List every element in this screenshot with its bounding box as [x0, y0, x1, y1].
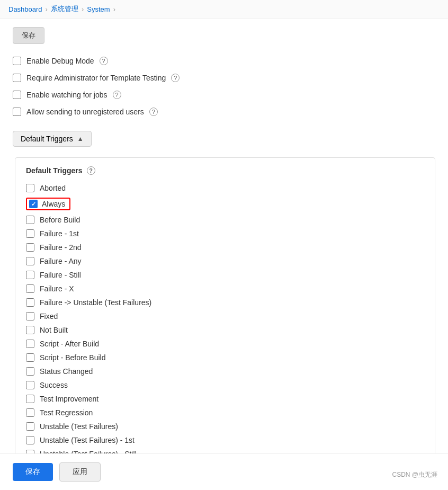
trigger-aborted-checkbox[interactable] [26, 184, 34, 192]
debug-mode-label[interactable]: Enable Debug Mode [26, 57, 94, 65]
trigger-failure-unstable: Failure -> Unstable (Test Failures) [26, 296, 424, 309]
trigger-fixed: Fixed [26, 309, 424, 323]
trigger-failure-2nd: Failure - 2nd [26, 240, 424, 254]
trigger-fixed-checkbox[interactable] [26, 312, 34, 320]
trigger-script-before: Script - Before Build [26, 351, 424, 364]
triggers-panel-header: Default Triggers ? [26, 166, 424, 175]
unregistered-users-help-icon[interactable]: ? [149, 108, 158, 116]
trigger-failure-x: Failure - X [26, 282, 424, 296]
trigger-failure-still-label[interactable]: Failure - Still [40, 271, 81, 279]
trigger-test-improvement-label[interactable]: Test Improvement [40, 395, 98, 403]
trigger-unstable-test-label[interactable]: Unstable (Test Failures) [40, 422, 118, 431]
trigger-script-after-label[interactable]: Script - After Build [40, 340, 99, 348]
trigger-script-before-checkbox[interactable] [26, 353, 34, 362]
trigger-failure-any-checkbox[interactable] [26, 257, 34, 265]
trigger-failure-1st-label[interactable]: Failure - 1st [40, 229, 79, 238]
admin-template-checkbox[interactable] [13, 74, 21, 82]
trigger-success-checkbox[interactable] [26, 381, 34, 389]
trigger-test-regression-checkbox[interactable] [26, 408, 34, 417]
trigger-failure-unstable-checkbox[interactable] [26, 298, 34, 307]
trigger-aborted-label[interactable]: Aborted [40, 184, 66, 192]
breadcrumb-dashboard[interactable]: Dashboard [8, 5, 42, 13]
chevron-up-icon: ▲ [77, 135, 84, 142]
triggers-panel: Default Triggers ? Aborted Always Before… [15, 157, 435, 484]
unregistered-users-label[interactable]: Allow sending to unregistered users [26, 108, 144, 116]
trigger-test-improvement: Test Improvement [26, 392, 424, 406]
save-button[interactable]: 保存 [13, 463, 53, 481]
trigger-failure-2nd-label[interactable]: Failure - 2nd [40, 243, 82, 252]
trigger-failure-still: Failure - Still [26, 268, 424, 282]
trigger-test-regression: Test Regression [26, 406, 424, 420]
footer-bar: 保存 应用 [0, 453, 448, 490]
trigger-failure-1st: Failure - 1st [26, 227, 424, 240]
trigger-test-regression-label[interactable]: Test Regression [40, 408, 93, 417]
settings-list: Enable Debug Mode ? Require Administrato… [13, 52, 435, 120]
setting-debug-mode: Enable Debug Mode ? [13, 52, 435, 69]
trigger-unstable-1st: Unstable (Test Failures) - 1st [26, 433, 424, 447]
breadcrumb-sysadmin[interactable]: 系统管理 [51, 4, 78, 14]
trigger-before-build-label[interactable]: Before Build [40, 216, 80, 224]
trigger-status-changed-checkbox[interactable] [26, 367, 34, 376]
save-top-button[interactable]: 保存 [13, 27, 44, 44]
watch-jobs-label[interactable]: Enable watching for jobs [26, 91, 107, 99]
trigger-fixed-label[interactable]: Fixed [40, 312, 58, 320]
trigger-failure-still-checkbox[interactable] [26, 271, 34, 279]
trigger-script-after: Script - After Build [26, 337, 424, 351]
setting-unregistered-users: Allow sending to unregistered users ? [13, 103, 435, 120]
trigger-script-before-label[interactable]: Script - Before Build [40, 353, 106, 362]
trigger-failure-any-label[interactable]: Failure - Any [40, 257, 82, 265]
trigger-always: Always [26, 195, 424, 213]
admin-template-help-icon[interactable]: ? [171, 74, 180, 82]
trigger-failure-unstable-label[interactable]: Failure -> Unstable (Test Failures) [40, 298, 151, 307]
breadcrumb: Dashboard › 系统管理 › System › [0, 0, 448, 19]
default-triggers-toggle-label: Default Triggers [21, 135, 73, 143]
setting-admin-template: Require Administrator for Template Testi… [13, 69, 435, 86]
debug-mode-checkbox[interactable] [13, 57, 21, 65]
trigger-status-changed: Status Changed [26, 364, 424, 378]
trigger-unstable-test: Unstable (Test Failures) [26, 420, 424, 433]
trigger-unstable-test-checkbox[interactable] [26, 422, 34, 431]
unregistered-users-checkbox[interactable] [13, 108, 21, 116]
trigger-before-build-checkbox[interactable] [26, 216, 34, 224]
trigger-failure-1st-checkbox[interactable] [26, 229, 34, 238]
trigger-success-label[interactable]: Success [40, 381, 68, 389]
triggers-header-label: Default Triggers [26, 166, 83, 175]
trigger-not-built-checkbox[interactable] [26, 326, 34, 334]
trigger-always-checkbox[interactable] [29, 200, 38, 208]
trigger-unstable-1st-label[interactable]: Unstable (Test Failures) - 1st [40, 436, 135, 444]
watermark: CSDN @虫无涯 [392, 470, 437, 479]
breadcrumb-system[interactable]: System [87, 5, 110, 13]
trigger-failure-2nd-checkbox[interactable] [26, 243, 34, 252]
default-triggers-toggle-button[interactable]: Default Triggers ▲ [13, 131, 92, 147]
trigger-failure-x-label[interactable]: Failure - X [40, 284, 74, 293]
trigger-status-changed-label[interactable]: Status Changed [40, 367, 93, 376]
trigger-unstable-1st-checkbox[interactable] [26, 436, 34, 444]
save-area-top: 保存 [13, 27, 435, 44]
trigger-not-built: Not Built [26, 323, 424, 337]
admin-template-label[interactable]: Require Administrator for Template Testi… [26, 74, 166, 82]
watch-jobs-checkbox[interactable] [13, 91, 21, 99]
trigger-failure-any: Failure - Any [26, 254, 424, 268]
trigger-before-build: Before Build [26, 213, 424, 227]
triggers-help-icon[interactable]: ? [87, 166, 95, 175]
debug-mode-help-icon[interactable]: ? [100, 57, 108, 65]
watch-jobs-help-icon[interactable]: ? [113, 91, 121, 99]
apply-button[interactable]: 应用 [59, 462, 101, 482]
trigger-aborted: Aborted [26, 181, 424, 195]
trigger-failure-x-checkbox[interactable] [26, 284, 34, 293]
trigger-success: Success [26, 378, 424, 392]
trigger-not-built-label[interactable]: Not Built [40, 326, 68, 334]
trigger-script-after-checkbox[interactable] [26, 340, 34, 348]
always-highlight-box: Always [26, 198, 70, 210]
trigger-test-improvement-checkbox[interactable] [26, 395, 34, 403]
setting-watch-jobs: Enable watching for jobs ? [13, 86, 435, 103]
trigger-always-label[interactable]: Always [42, 200, 65, 208]
